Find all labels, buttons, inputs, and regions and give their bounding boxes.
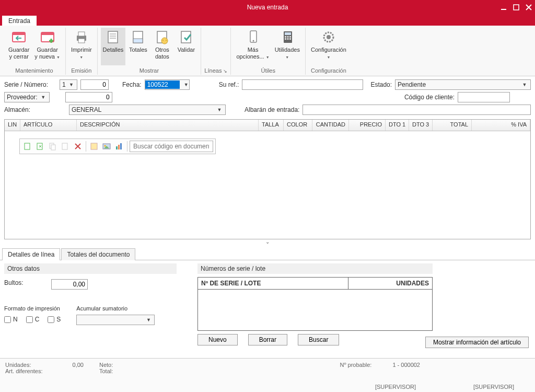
collapse-arrow-icon[interactable]: ⌄	[0, 239, 535, 245]
details-label: Detalles	[103, 47, 124, 53]
proveedor-label: Proveedor:	[7, 94, 38, 101]
paste-line-icon[interactable]	[60, 141, 71, 152]
group-emision: Emisión	[71, 66, 91, 75]
other-data-label: Otros datos	[155, 47, 169, 60]
show-article-info-button[interactable]: Mostrar información del artículo	[425, 337, 529, 348]
serial-body[interactable]	[198, 290, 432, 330]
bultos-input[interactable]	[51, 279, 88, 290]
close-button[interactable]	[522, 0, 535, 15]
serial-col-2[interactable]: UNIDADES	[348, 278, 432, 289]
estado-value: Pendiente	[398, 81, 519, 88]
col-dto3[interactable]: DTO 3	[409, 120, 433, 131]
su-ref-input[interactable]	[242, 79, 363, 90]
other-data-button[interactable]: Otros datos	[150, 28, 173, 65]
titlebar[interactable]: Nueva entrada	[0, 0, 535, 15]
copy-line-icon[interactable]	[47, 141, 59, 152]
serial-col-1[interactable]: Nº DE SERIE / LOTE	[198, 278, 348, 289]
tab-detalles-linea[interactable]: Detalles de línea	[2, 248, 60, 260]
details-button[interactable]: Detalles	[101, 28, 126, 65]
codigo-cliente-input[interactable]	[458, 92, 510, 102]
buscar-button[interactable]: Buscar	[298, 334, 339, 345]
svg-rect-38	[62, 143, 67, 149]
acumular-dropdown[interactable]: ▼	[76, 315, 155, 325]
albaran-label: Albarán de entrada:	[245, 106, 299, 113]
col-descripcion[interactable]: DESCRIPCIÓN	[77, 120, 259, 131]
delete-line-icon[interactable]	[72, 141, 84, 152]
validate-button[interactable]: Validar	[175, 28, 197, 65]
codigo-cliente-label: Código de cliente:	[404, 94, 455, 101]
proveedor-dropdown[interactable]: Proveedor: ▼	[4, 92, 50, 102]
grid-search-input[interactable]	[130, 141, 213, 152]
serie-numero-label: Serie / Número:	[4, 81, 56, 88]
proveedor-input[interactable]	[65, 92, 112, 102]
serial-title: Números de serie / lote	[197, 263, 433, 274]
chk-n[interactable]: N	[4, 316, 18, 323]
print-label: Imprimir	[71, 47, 92, 53]
col-cantidad[interactable]: CANTIDAD	[312, 120, 349, 131]
utilities-button[interactable]: Utilidades▼	[273, 28, 302, 65]
chevron-down-icon: ▼	[79, 55, 83, 59]
col-precio[interactable]: PRECIO	[349, 120, 386, 131]
totals-icon	[130, 29, 146, 45]
save-new-icon	[39, 29, 56, 45]
validate-icon	[178, 29, 194, 45]
config-button[interactable]: Configuración▼	[309, 28, 348, 65]
chk-c[interactable]: C	[26, 316, 40, 323]
save-close-button[interactable]: Guardar y cerrar	[6, 28, 31, 65]
albaran-input[interactable]	[303, 105, 531, 115]
validate-label: Validar	[178, 47, 195, 53]
svg-point-23	[253, 40, 254, 42]
add-line-icon[interactable]	[22, 141, 33, 152]
notes-icon[interactable]	[88, 141, 100, 152]
minimize-button[interactable]	[497, 0, 510, 15]
serie-dropdown[interactable]: 1 ▼	[60, 79, 77, 90]
image-icon[interactable]	[101, 141, 112, 152]
maximize-button[interactable]	[510, 0, 522, 15]
totals-button[interactable]: Totales	[126, 28, 149, 65]
col-iva[interactable]: % IVA	[472, 120, 530, 131]
insert-line-icon[interactable]	[34, 141, 46, 152]
svg-rect-28	[289, 36, 291, 38]
fecha-dropdown[interactable]: 100522 ▼	[145, 79, 190, 90]
chk-s[interactable]: S	[48, 316, 61, 323]
svg-rect-25	[285, 32, 291, 35]
svg-rect-9	[78, 32, 85, 36]
serie-value: 1	[62, 81, 66, 88]
chart-icon[interactable]	[113, 141, 125, 152]
tab-entrada[interactable]: Entrada	[2, 16, 37, 26]
col-talla[interactable]: TALLA	[259, 120, 284, 131]
print-button[interactable]: Imprimir▼	[69, 28, 94, 65]
svg-point-43	[104, 145, 106, 147]
tab-row: Entrada	[0, 15, 535, 26]
chevron-down-icon: ▼	[327, 55, 330, 59]
supervisor-1: [SUPERVISOR]	[375, 384, 416, 390]
svg-rect-31	[289, 38, 291, 40]
col-dto1[interactable]: DTO 1	[386, 120, 409, 131]
details-icon	[104, 29, 121, 45]
tab-totales-documento[interactable]: Totales del documento	[61, 248, 135, 260]
col-total[interactable]: TOTAL	[433, 120, 472, 131]
svg-rect-46	[120, 143, 122, 149]
nuevo-button[interactable]: Nuevo	[197, 334, 238, 345]
chevron-down-icon: ▼	[145, 317, 152, 322]
estado-dropdown[interactable]: Pendiente ▼	[395, 79, 531, 90]
fecha-value: 100522	[145, 80, 180, 89]
col-color[interactable]: COLOR	[284, 120, 312, 131]
svg-rect-44	[116, 146, 118, 149]
more-options-button[interactable]: Más opciones... ▼	[234, 28, 271, 65]
utilities-label: Utilidades	[275, 47, 300, 53]
almacen-dropdown[interactable]: GENERAL ▼	[69, 105, 226, 115]
svg-point-33	[327, 35, 331, 39]
borrar-button[interactable]: Borrar	[248, 334, 287, 345]
lines-grid[interactable]: LIN ARTÍCULO DESCRIPCIÓN TALLA COLOR CAN…	[4, 119, 531, 239]
svg-rect-5	[13, 32, 25, 35]
chevron-down-icon: ▼	[216, 107, 223, 112]
save-close-label: Guardar y cerrar	[8, 47, 29, 60]
save-new-button[interactable]: Guardar y nueva ▼	[32, 28, 62, 65]
col-lin[interactable]: LIN	[5, 120, 20, 131]
col-articulo[interactable]: ARTÍCULO	[20, 120, 77, 131]
mobile-icon	[245, 29, 261, 45]
svg-rect-10	[78, 39, 85, 43]
chevron-down-icon: ▼	[521, 82, 528, 87]
numero-input[interactable]	[80, 79, 109, 90]
